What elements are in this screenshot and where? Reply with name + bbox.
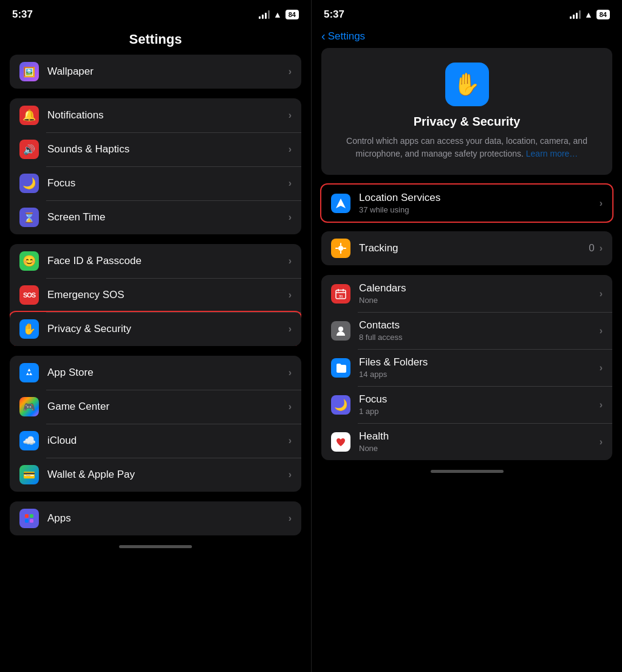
chevron-focus-perm: › [600, 399, 603, 410]
apps-label: Apps [47, 512, 289, 524]
files-sublabel: 14 apps [359, 370, 600, 379]
chevron-wallet: › [289, 469, 292, 480]
location-services-selected-row: Location Services 37 while using › [321, 185, 612, 222]
chevron-wallpaper: › [289, 66, 292, 77]
permissions-group: 31 Calendars None › Contacts [321, 275, 612, 460]
settings-item-appstore[interactable]: App Store › [10, 356, 301, 390]
chevron-notifications: › [289, 110, 292, 121]
status-bar-left: 5:37 ▲ 84 [0, 0, 311, 27]
right-panel: 5:37 ▲ 84 ‹ Settings ✋ Privacy & Securit… [311, 0, 622, 672]
hero-icon: ✋ [445, 63, 489, 106]
settings-item-apps[interactable]: Apps › [10, 501, 301, 535]
page-title-left: Settings [0, 27, 311, 55]
svg-rect-1 [30, 514, 33, 518]
left-panel: 5:37 ▲ 84 Settings 🖼️ Wallpaper › [0, 0, 311, 672]
contacts-sublabel: 8 full access [359, 333, 600, 342]
chevron-privacy: › [289, 324, 292, 334]
notifications-icon: 🔔 [19, 106, 39, 125]
gamecenter-icon: 🎮 [19, 397, 39, 416]
settings-item-wallet[interactable]: 💳 Wallet & Apple Pay › [10, 458, 301, 492]
chevron-focus: › [289, 178, 292, 189]
wifi-icon-right: ▲ [584, 10, 593, 19]
svg-point-10 [338, 327, 343, 331]
focus-perm-icon: 🌙 [331, 395, 350, 415]
status-bar-right: 5:37 ▲ 84 [312, 0, 622, 27]
signal-icon-right [570, 10, 581, 19]
focus-icon: 🌙 [19, 174, 39, 193]
settings-item-faceid[interactable]: 😊 Face ID & Passcode › [10, 244, 301, 278]
settings-item-notifications[interactable]: 🔔 Notifications › [10, 98, 301, 132]
gamecenter-label: Game Center [47, 401, 289, 413]
files-icon [331, 358, 350, 378]
icloud-icon: ☁️ [19, 431, 39, 450]
apps-icon [19, 509, 39, 528]
health-sublabel: None [359, 444, 600, 453]
chevron-screentime: › [289, 212, 292, 223]
svg-text:31: 31 [339, 294, 343, 298]
calendars-sublabel: None [359, 296, 600, 305]
status-icons-right: ▲ 84 [570, 10, 610, 19]
faceid-icon: 😊 [19, 251, 39, 271]
hero-title: Privacy & Security [414, 115, 521, 129]
settings-item-contacts[interactable]: Contacts 8 full access › [321, 312, 612, 349]
svg-rect-0 [25, 514, 29, 518]
svg-rect-3 [30, 519, 33, 523]
sounds-label: Sounds & Haptics [47, 143, 289, 155]
home-indicator-left [119, 545, 192, 548]
settings-item-health[interactable]: Health None › [321, 423, 612, 460]
hero-card: ✋ Privacy & Security Control which apps … [321, 48, 612, 175]
chevron-faceid: › [289, 256, 292, 266]
group-notifications: 🔔 Notifications › 🔊 Sounds & Haptics › 🌙… [10, 98, 301, 234]
calendars-icon: 31 [331, 284, 350, 304]
settings-item-focus[interactable]: 🌙 Focus › [10, 166, 301, 200]
settings-item-screentime[interactable]: ⌛ Screen Time › [10, 200, 301, 234]
settings-item-icloud[interactable]: ☁️ iCloud › [10, 424, 301, 458]
svg-point-4 [338, 246, 343, 251]
time-right: 5:37 [324, 8, 344, 21]
chevron-gamecenter: › [289, 401, 292, 412]
chevron-tracking: › [600, 243, 603, 254]
settings-item-files[interactable]: Files & Folders 14 apps › [321, 349, 612, 386]
status-icons-left: ▲ 84 [259, 10, 299, 19]
settings-item-sos[interactable]: SOS Emergency SOS › [10, 278, 301, 312]
tracking-value: 0 [589, 242, 594, 254]
battery-left: 84 [285, 10, 299, 19]
time-left: 5:37 [12, 8, 33, 21]
left-scroll: 🖼️ Wallpaper › 🔔 Notifications › 🔊 Sound… [0, 55, 311, 672]
wallet-icon: 💳 [19, 465, 39, 484]
health-label: Health [359, 430, 600, 443]
contacts-label: Contacts [359, 319, 600, 331]
chevron-health: › [600, 436, 603, 447]
settings-item-wallpaper[interactable]: 🖼️ Wallpaper › [10, 55, 301, 89]
chevron-calendars: › [600, 288, 603, 299]
notifications-label: Notifications [47, 109, 289, 121]
home-indicator-right [431, 470, 504, 473]
hero-description: Control which apps can access your data,… [333, 135, 600, 160]
settings-item-tracking[interactable]: Tracking 0 › [321, 231, 612, 265]
health-icon [331, 432, 350, 452]
settings-item-privacy[interactable]: ✋ Privacy & Security › [10, 312, 301, 346]
chevron-location: › [600, 198, 603, 209]
tracking-icon [331, 239, 350, 258]
learn-more-link[interactable]: Learn more… [526, 149, 578, 158]
focus-perm-sublabel: 1 app [359, 407, 600, 416]
settings-item-gamecenter[interactable]: 🎮 Game Center › [10, 390, 301, 424]
back-label: Settings [328, 30, 365, 42]
tracking-label: Tracking [359, 242, 589, 254]
sos-icon: SOS [19, 285, 39, 305]
right-scroll: ✋ Privacy & Security Control which apps … [312, 48, 622, 672]
screentime-label: Screen Time [47, 211, 289, 223]
settings-item-calendars[interactable]: 31 Calendars None › [321, 275, 612, 312]
group-security: 😊 Face ID & Passcode › SOS Emergency SOS… [10, 244, 301, 346]
chevron-sounds: › [289, 144, 292, 155]
chevron-files: › [600, 362, 603, 373]
tracking-group: Tracking 0 › [321, 231, 612, 265]
back-nav[interactable]: ‹ Settings [312, 27, 622, 48]
settings-item-location[interactable]: Location Services 37 while using › [321, 185, 612, 222]
appstore-icon [19, 363, 39, 382]
settings-item-sounds[interactable]: 🔊 Sounds & Haptics › [10, 132, 301, 166]
chevron-sos: › [289, 290, 292, 300]
settings-item-focus-perm[interactable]: 🌙 Focus 1 app › [321, 386, 612, 423]
chevron-contacts: › [600, 325, 603, 336]
wifi-icon: ▲ [273, 10, 282, 19]
